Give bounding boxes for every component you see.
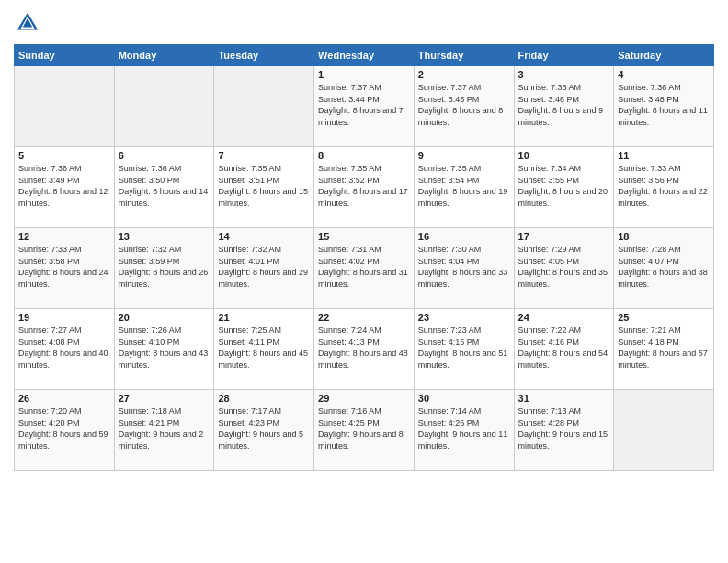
day-number: 9 — [418, 150, 510, 161]
calendar-cell: 30Sunrise: 7:14 AM Sunset: 4:26 PM Dayli… — [414, 390, 514, 471]
calendar-week-row: 12Sunrise: 7:33 AM Sunset: 3:58 PM Dayli… — [15, 228, 714, 309]
weekday-header-thursday: Thursday — [414, 45, 514, 66]
day-number: 30 — [418, 393, 510, 404]
calendar-cell: 7Sunrise: 7:35 AM Sunset: 3:51 PM Daylig… — [214, 147, 314, 228]
day-number: 19 — [18, 312, 110, 323]
day-info: Sunrise: 7:36 AM Sunset: 3:49 PM Dayligh… — [18, 163, 110, 209]
calendar-cell: 3Sunrise: 7:36 AM Sunset: 3:46 PM Daylig… — [514, 66, 614, 147]
day-number: 5 — [18, 150, 110, 161]
weekday-header-sunday: Sunday — [15, 45, 115, 66]
day-number: 2 — [418, 69, 510, 80]
day-info: Sunrise: 7:32 AM Sunset: 4:01 PM Dayligh… — [218, 244, 310, 290]
calendar-week-row: 5Sunrise: 7:36 AM Sunset: 3:49 PM Daylig… — [15, 147, 714, 228]
day-info: Sunrise: 7:37 AM Sunset: 3:45 PM Dayligh… — [418, 82, 510, 128]
day-number: 11 — [618, 150, 710, 161]
day-info: Sunrise: 7:22 AM Sunset: 4:16 PM Dayligh… — [518, 325, 610, 371]
day-info: Sunrise: 7:29 AM Sunset: 4:05 PM Dayligh… — [518, 244, 610, 290]
calendar-cell — [614, 390, 714, 471]
calendar-cell: 2Sunrise: 7:37 AM Sunset: 3:45 PM Daylig… — [414, 66, 514, 147]
calendar-cell: 31Sunrise: 7:13 AM Sunset: 4:28 PM Dayli… — [514, 390, 614, 471]
day-info: Sunrise: 7:36 AM Sunset: 3:50 PM Dayligh… — [119, 163, 210, 209]
day-number: 6 — [119, 150, 210, 161]
day-info: Sunrise: 7:14 AM Sunset: 4:26 PM Dayligh… — [418, 406, 510, 452]
calendar-table: SundayMondayTuesdayWednesdayThursdayFrid… — [14, 44, 714, 471]
day-info: Sunrise: 7:35 AM Sunset: 3:52 PM Dayligh… — [318, 163, 410, 209]
day-info: Sunrise: 7:27 AM Sunset: 4:08 PM Dayligh… — [18, 325, 110, 371]
day-number: 25 — [618, 312, 710, 323]
calendar-cell: 12Sunrise: 7:33 AM Sunset: 3:58 PM Dayli… — [15, 228, 115, 309]
day-number: 26 — [18, 393, 110, 404]
calendar-cell: 8Sunrise: 7:35 AM Sunset: 3:52 PM Daylig… — [314, 147, 415, 228]
header — [14, 9, 714, 37]
day-number: 18 — [618, 231, 710, 242]
day-number: 4 — [618, 69, 710, 80]
day-number: 23 — [418, 312, 510, 323]
calendar-cell: 29Sunrise: 7:16 AM Sunset: 4:25 PM Dayli… — [314, 390, 415, 471]
calendar-week-row: 1Sunrise: 7:37 AM Sunset: 3:44 PM Daylig… — [15, 66, 714, 147]
day-number: 1 — [318, 69, 410, 80]
day-info: Sunrise: 7:33 AM Sunset: 3:58 PM Dayligh… — [18, 244, 110, 290]
calendar-cell — [114, 66, 214, 147]
calendar-cell: 22Sunrise: 7:24 AM Sunset: 4:13 PM Dayli… — [314, 309, 415, 390]
logo-icon — [14, 9, 41, 37]
calendar-cell: 6Sunrise: 7:36 AM Sunset: 3:50 PM Daylig… — [114, 147, 214, 228]
calendar-week-row: 26Sunrise: 7:20 AM Sunset: 4:20 PM Dayli… — [15, 390, 714, 471]
calendar-cell: 13Sunrise: 7:32 AM Sunset: 3:59 PM Dayli… — [114, 228, 214, 309]
day-info: Sunrise: 7:25 AM Sunset: 4:11 PM Dayligh… — [218, 325, 310, 371]
calendar-cell: 18Sunrise: 7:28 AM Sunset: 4:07 PM Dayli… — [614, 228, 714, 309]
calendar-cell: 23Sunrise: 7:23 AM Sunset: 4:15 PM Dayli… — [414, 309, 514, 390]
calendar-cell: 10Sunrise: 7:34 AM Sunset: 3:55 PM Dayli… — [514, 147, 614, 228]
day-info: Sunrise: 7:16 AM Sunset: 4:25 PM Dayligh… — [318, 406, 410, 452]
day-number: 17 — [518, 231, 610, 242]
day-info: Sunrise: 7:36 AM Sunset: 3:46 PM Dayligh… — [518, 82, 610, 128]
calendar-cell: 20Sunrise: 7:26 AM Sunset: 4:10 PM Dayli… — [114, 309, 214, 390]
day-number: 27 — [119, 393, 210, 404]
day-number: 13 — [119, 231, 210, 242]
day-info: Sunrise: 7:35 AM Sunset: 3:54 PM Dayligh… — [418, 163, 510, 209]
calendar-cell: 21Sunrise: 7:25 AM Sunset: 4:11 PM Dayli… — [214, 309, 314, 390]
day-info: Sunrise: 7:36 AM Sunset: 3:48 PM Dayligh… — [618, 82, 710, 128]
calendar-cell — [15, 66, 115, 147]
calendar-cell: 11Sunrise: 7:33 AM Sunset: 3:56 PM Dayli… — [614, 147, 714, 228]
calendar-cell: 19Sunrise: 7:27 AM Sunset: 4:08 PM Dayli… — [15, 309, 115, 390]
day-number: 28 — [218, 393, 310, 404]
calendar-cell: 5Sunrise: 7:36 AM Sunset: 3:49 PM Daylig… — [15, 147, 115, 228]
day-info: Sunrise: 7:30 AM Sunset: 4:04 PM Dayligh… — [418, 244, 510, 290]
page: SundayMondayTuesdayWednesdayThursdayFrid… — [0, 0, 728, 563]
day-info: Sunrise: 7:20 AM Sunset: 4:20 PM Dayligh… — [18, 406, 110, 452]
day-number: 21 — [218, 312, 310, 323]
day-info: Sunrise: 7:18 AM Sunset: 4:21 PM Dayligh… — [119, 406, 210, 452]
day-number: 8 — [318, 150, 410, 161]
weekday-header-monday: Monday — [114, 45, 214, 66]
calendar-cell: 15Sunrise: 7:31 AM Sunset: 4:02 PM Dayli… — [314, 228, 415, 309]
day-number: 10 — [518, 150, 610, 161]
day-info: Sunrise: 7:28 AM Sunset: 4:07 PM Dayligh… — [618, 244, 710, 290]
day-info: Sunrise: 7:37 AM Sunset: 3:44 PM Dayligh… — [318, 82, 410, 128]
day-info: Sunrise: 7:32 AM Sunset: 3:59 PM Dayligh… — [119, 244, 210, 290]
day-number: 15 — [318, 231, 410, 242]
day-info: Sunrise: 7:13 AM Sunset: 4:28 PM Dayligh… — [518, 406, 610, 452]
day-number: 20 — [119, 312, 210, 323]
calendar-cell: 4Sunrise: 7:36 AM Sunset: 3:48 PM Daylig… — [614, 66, 714, 147]
day-number: 12 — [18, 231, 110, 242]
day-info: Sunrise: 7:17 AM Sunset: 4:23 PM Dayligh… — [218, 406, 310, 452]
calendar-cell: 16Sunrise: 7:30 AM Sunset: 4:04 PM Dayli… — [414, 228, 514, 309]
day-number: 14 — [218, 231, 310, 242]
day-info: Sunrise: 7:24 AM Sunset: 4:13 PM Dayligh… — [318, 325, 410, 371]
calendar-week-row: 19Sunrise: 7:27 AM Sunset: 4:08 PM Dayli… — [15, 309, 714, 390]
day-info: Sunrise: 7:23 AM Sunset: 4:15 PM Dayligh… — [418, 325, 510, 371]
day-number: 3 — [518, 69, 610, 80]
day-number: 31 — [518, 393, 610, 404]
calendar-cell — [214, 66, 314, 147]
calendar-cell: 25Sunrise: 7:21 AM Sunset: 4:18 PM Dayli… — [614, 309, 714, 390]
weekday-header-saturday: Saturday — [614, 45, 714, 66]
weekday-header-row: SundayMondayTuesdayWednesdayThursdayFrid… — [15, 45, 714, 66]
day-number: 22 — [318, 312, 410, 323]
day-info: Sunrise: 7:26 AM Sunset: 4:10 PM Dayligh… — [119, 325, 210, 371]
weekday-header-friday: Friday — [514, 45, 614, 66]
calendar-cell: 28Sunrise: 7:17 AM Sunset: 4:23 PM Dayli… — [214, 390, 314, 471]
day-info: Sunrise: 7:33 AM Sunset: 3:56 PM Dayligh… — [618, 163, 710, 209]
calendar-cell: 24Sunrise: 7:22 AM Sunset: 4:16 PM Dayli… — [514, 309, 614, 390]
calendar-cell: 9Sunrise: 7:35 AM Sunset: 3:54 PM Daylig… — [414, 147, 514, 228]
calendar-cell: 14Sunrise: 7:32 AM Sunset: 4:01 PM Dayli… — [214, 228, 314, 309]
